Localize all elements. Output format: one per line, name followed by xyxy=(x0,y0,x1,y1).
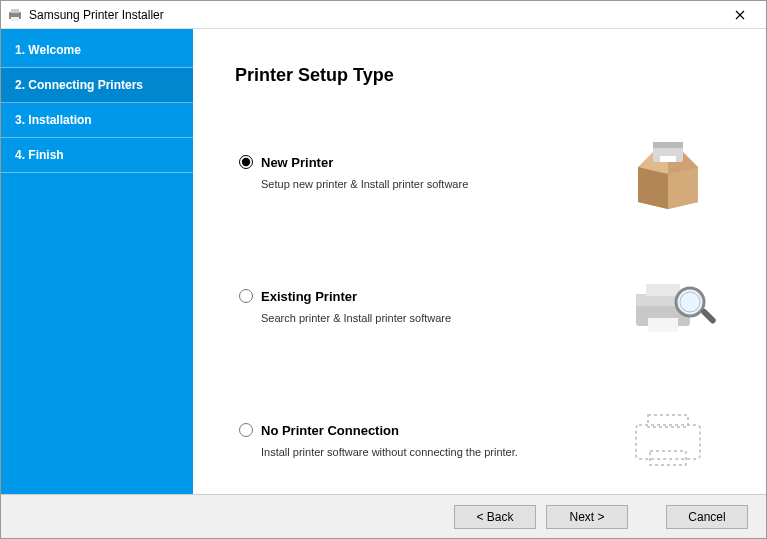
svg-rect-14 xyxy=(636,425,700,459)
option-new-printer: New Printer Setup new printer & Install … xyxy=(235,132,738,212)
sidebar-item-installation: 3. Installation xyxy=(1,103,193,138)
svg-rect-10 xyxy=(648,318,678,332)
radio-existing-printer[interactable]: Existing Printer xyxy=(239,289,608,304)
radio-no-printer[interactable]: No Printer Connection xyxy=(239,423,608,438)
footer: < Back Next > Cancel xyxy=(1,494,766,538)
svg-rect-13 xyxy=(700,308,717,325)
cancel-button[interactable]: Cancel xyxy=(666,505,748,529)
option-title: No Printer Connection xyxy=(261,423,399,438)
sidebar-item-finish: 4. Finish xyxy=(1,138,193,173)
option-title: Existing Printer xyxy=(261,289,357,304)
option-existing-printer: Existing Printer Search printer & Instal… xyxy=(235,266,738,346)
sidebar-item-label: 3. Installation xyxy=(15,113,92,127)
radio-new-printer[interactable]: New Printer xyxy=(239,155,608,170)
svg-rect-2 xyxy=(11,17,19,21)
svg-point-3 xyxy=(18,13,20,15)
titlebar: Samsung Printer Installer xyxy=(1,1,766,29)
svg-rect-1 xyxy=(11,9,19,13)
main-panel: Printer Setup Type New Printer Setup new… xyxy=(193,29,766,494)
svg-rect-6 xyxy=(660,156,676,162)
radio-input-existing-printer[interactable] xyxy=(239,289,253,303)
body: 1. Welcome 2. Connecting Printers 3. Ins… xyxy=(1,29,766,494)
radio-input-new-printer[interactable] xyxy=(239,155,253,169)
sidebar-item-label: 1. Welcome xyxy=(15,43,81,57)
close-button[interactable] xyxy=(720,3,760,27)
window-title: Samsung Printer Installer xyxy=(29,8,720,22)
sidebar-item-welcome: 1. Welcome xyxy=(1,33,193,68)
sidebar: 1. Welcome 2. Connecting Printers 3. Ins… xyxy=(1,29,193,494)
option-no-printer: No Printer Connection Install printer so… xyxy=(235,400,738,480)
installer-window: Samsung Printer Installer 1. Welcome 2. … xyxy=(0,0,767,539)
svg-rect-5 xyxy=(653,142,683,148)
option-title: New Printer xyxy=(261,155,333,170)
back-button[interactable]: < Back xyxy=(454,505,536,529)
radio-input-no-printer[interactable] xyxy=(239,423,253,437)
option-text: New Printer Setup new printer & Install … xyxy=(235,155,608,190)
option-text: No Printer Connection Install printer so… xyxy=(235,423,608,458)
new-printer-box-icon xyxy=(608,132,728,212)
no-printer-outline-icon xyxy=(608,400,728,480)
option-desc: Setup new printer & Install printer soft… xyxy=(261,178,608,190)
sidebar-item-label: 4. Finish xyxy=(15,148,64,162)
svg-rect-16 xyxy=(650,451,686,465)
options-group: New Printer Setup new printer & Install … xyxy=(235,132,738,484)
next-button[interactable]: Next > xyxy=(546,505,628,529)
sidebar-item-label: 2. Connecting Printers xyxy=(15,78,143,92)
svg-rect-9 xyxy=(646,284,680,296)
existing-printer-search-icon xyxy=(608,266,728,346)
page-title: Printer Setup Type xyxy=(235,65,738,86)
option-desc: Search printer & Install printer softwar… xyxy=(261,312,608,324)
app-icon xyxy=(7,7,23,23)
option-text: Existing Printer Search printer & Instal… xyxy=(235,289,608,324)
sidebar-item-connecting-printers: 2. Connecting Printers xyxy=(1,68,193,103)
option-desc: Install printer software without connect… xyxy=(261,446,608,458)
